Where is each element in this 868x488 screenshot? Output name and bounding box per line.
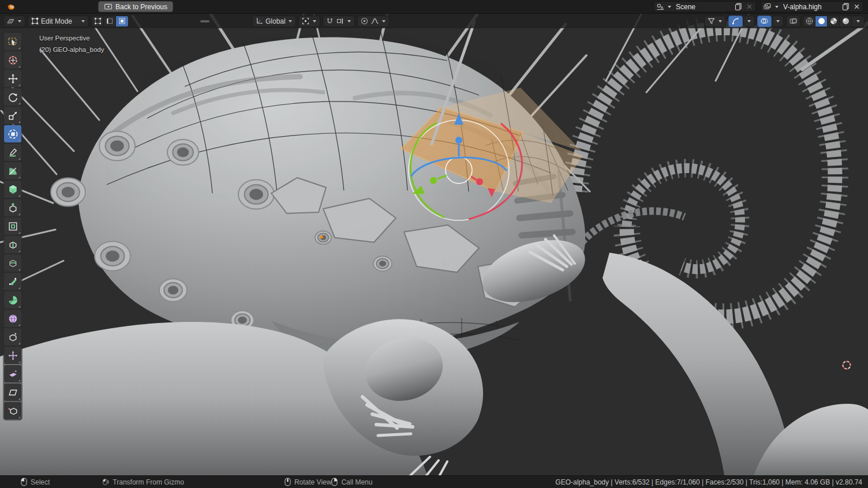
new-view-layer-icon[interactable] — [841, 2, 850, 11]
tool-smooth[interactable] — [4, 328, 21, 346]
viewport-menus — [136, 20, 209, 22]
view-layer-icon — [763, 2, 772, 11]
menu-face[interactable] — [191, 20, 200, 22]
snap-controls — [323, 16, 355, 27]
xray-toggle[interactable] — [786, 16, 800, 27]
tool-select-box[interactable] — [4, 33, 21, 50]
snap-target-icon[interactable] — [336, 17, 345, 25]
inset-icon — [8, 221, 18, 232]
mode-selector[interactable]: Edit Mode — [28, 16, 89, 27]
smooth-icon — [8, 332, 18, 343]
shading-rendered-icon — [841, 17, 850, 25]
tool-rip-region[interactable] — [4, 402, 21, 419]
menu-select[interactable] — [145, 20, 154, 22]
tool-add-cube[interactable] — [4, 181, 21, 198]
tool-poly-build[interactable] — [4, 291, 21, 309]
pivot-point-icon — [301, 17, 310, 25]
proportional-editing-icon[interactable] — [360, 17, 369, 25]
select-mode-vertex-button[interactable] — [92, 16, 104, 27]
select-mode-face-button[interactable] — [116, 16, 128, 27]
back-previous-icon — [104, 2, 113, 11]
tool-transform[interactable] — [4, 125, 21, 142]
blender-logo-icon — [5, 1, 16, 13]
close-scene-icon — [745, 2, 754, 11]
select-box-icon — [8, 36, 18, 47]
chevron-down-icon — [81, 20, 85, 22]
editor-type-button[interactable] — [3, 16, 25, 27]
shading-solid-button[interactable] — [815, 16, 828, 27]
tool-randomize[interactable] — [4, 347, 21, 364]
tool-measure[interactable] — [4, 162, 21, 179]
select-mode-edge-button[interactable] — [104, 16, 116, 27]
view-object-types-button[interactable] — [704, 16, 726, 27]
mouse-left-icon — [21, 478, 27, 486]
move-icon — [8, 73, 18, 84]
shading-rendered-button[interactable] — [840, 16, 852, 27]
tool-scale[interactable] — [4, 107, 21, 124]
extrude-icon — [8, 202, 18, 213]
menu-view[interactable] — [136, 20, 145, 22]
menu-mesh[interactable] — [163, 20, 173, 22]
menu-help[interactable] — [72, 6, 83, 8]
tool-shrink-fatten[interactable] — [4, 365, 21, 382]
shading-material-button[interactable] — [828, 16, 840, 27]
tool-cursor[interactable] — [4, 51, 21, 69]
mouse-right-icon — [331, 478, 338, 486]
hint-call-menu: Call Menu — [331, 478, 372, 486]
viewport-3d[interactable]: Edit Mode Global — [0, 14, 868, 475]
tool-inset-faces[interactable] — [4, 217, 21, 235]
chevron-down-icon — [18, 20, 21, 22]
shrink-fatten-icon — [8, 369, 18, 380]
shading-solid-icon — [817, 17, 826, 25]
menu-render[interactable] — [46, 6, 58, 8]
topbar-right: Scene V-alpha.high — [653, 1, 863, 12]
menu-vertex[interactable] — [173, 20, 182, 22]
select-edge-icon — [106, 17, 114, 25]
back-to-previous-button[interactable]: Back to Previous — [98, 1, 173, 12]
new-scene-icon[interactable] — [734, 2, 743, 11]
tool-shear[interactable] — [4, 384, 21, 401]
tool-loop-cut[interactable] — [4, 254, 21, 272]
chevron-down-icon — [776, 20, 780, 22]
show-gizmos-toggle[interactable] — [728, 16, 743, 27]
scene-selector[interactable]: Scene — [653, 1, 756, 12]
editor-3d-viewport-icon — [6, 17, 15, 25]
falloff-curve-icon[interactable] — [371, 17, 379, 25]
active-object-label: (20) GEO-alpha_body — [39, 46, 104, 53]
menu-edge[interactable] — [182, 20, 191, 22]
view-layer-selector[interactable]: V-alpha.high — [761, 1, 863, 12]
tool-rotate[interactable] — [4, 88, 21, 106]
topbar-menus — [21, 6, 83, 8]
menu-window[interactable] — [59, 6, 70, 8]
mouse-left-drag-icon — [103, 478, 109, 486]
shading-dropdown[interactable] — [852, 16, 864, 27]
add-cube-icon — [8, 184, 18, 195]
menu-uv[interactable] — [200, 20, 209, 22]
menu-add[interactable] — [154, 20, 163, 22]
shading-wireframe-button[interactable] — [803, 16, 815, 27]
tool-knife[interactable] — [4, 273, 21, 290]
menu-edit[interactable] — [33, 6, 45, 8]
close-view-layer-icon[interactable] — [852, 2, 861, 11]
gizmos-dropdown[interactable] — [743, 16, 755, 27]
transform-orientation-button[interactable]: Global — [252, 16, 296, 27]
spin-icon — [8, 313, 18, 324]
snap-magnet-icon[interactable] — [326, 17, 334, 25]
knife-icon — [8, 276, 18, 287]
tool-extrude-region[interactable] — [4, 199, 21, 216]
mode-label: Edit Mode — [41, 17, 78, 25]
overlays-dropdown[interactable] — [772, 16, 784, 27]
shear-icon — [8, 387, 18, 398]
show-overlays-toggle[interactable] — [757, 16, 772, 27]
select-face-icon — [118, 17, 126, 25]
tool-move[interactable] — [4, 70, 21, 87]
poly-build-icon — [8, 295, 18, 306]
orientation-global-icon — [255, 17, 264, 25]
menu-file[interactable] — [21, 6, 32, 8]
pivot-point-button[interactable] — [298, 16, 320, 27]
tool-bevel[interactable] — [4, 236, 21, 253]
tool-spin[interactable] — [4, 310, 21, 327]
tool-annotate[interactable] — [4, 144, 21, 161]
scene-icon — [656, 2, 664, 11]
tool-shelf — [3, 32, 23, 421]
